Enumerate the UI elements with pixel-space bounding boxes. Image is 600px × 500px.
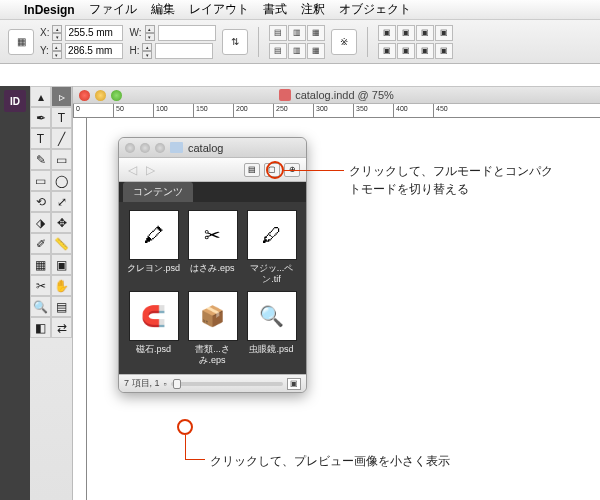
effects-icon[interactable]: ※ xyxy=(331,29,357,55)
item-label: 磁石.psd xyxy=(127,344,180,366)
view-mode-toggle-button[interactable]: ▢ xyxy=(264,163,280,177)
fill-stroke[interactable]: ◧ xyxy=(30,317,51,338)
item-label: 虫眼鏡.psd xyxy=(245,344,298,366)
callout-text-zoom: クリックして、プレビュー画像を小さく表示 xyxy=(210,452,450,470)
align-btn[interactable]: ▤ xyxy=(269,25,287,41)
tool-shear[interactable]: ⬗ xyxy=(30,212,51,233)
vertical-ruler[interactable] xyxy=(73,118,87,500)
zoom-out-icon[interactable]: ▫ xyxy=(164,379,167,389)
tool-note[interactable]: ▤ xyxy=(51,296,72,317)
tool-ellipse[interactable]: ◯ xyxy=(51,170,72,191)
view-compact-button[interactable]: ▤ xyxy=(244,163,260,177)
h-stepper[interactable]: ▴▾ xyxy=(142,43,152,59)
close-button[interactable] xyxy=(79,90,90,101)
thumbnail: ✂ xyxy=(188,210,238,260)
grid-item[interactable]: 📦書類...さみ.eps xyxy=(186,291,239,366)
panel-nav: ◁ ▷ ▤ ▢ ⊕ xyxy=(119,158,306,182)
indesign-icon[interactable]: ID xyxy=(4,90,26,112)
tool-zoom[interactable]: 🔍 xyxy=(30,296,51,317)
tool-scale[interactable]: ⤢ xyxy=(51,191,72,212)
h-label: H: xyxy=(129,45,139,56)
align-btn[interactable]: ▤ xyxy=(269,43,287,59)
app-name[interactable]: InDesign xyxy=(24,3,75,17)
tool-rect[interactable]: ▭ xyxy=(30,170,51,191)
tool-scissors[interactable]: ✂ xyxy=(30,275,51,296)
grid-item[interactable]: 🧲磁石.psd xyxy=(127,291,180,366)
thumbnail: 🧲 xyxy=(129,291,179,341)
x-stepper[interactable]: ▴▾ xyxy=(52,25,62,41)
mini-bridge-panel: catalog ◁ ▷ ▤ ▢ ⊕ コンテンツ 🖍クレヨン.psd ✂はさみ.e… xyxy=(118,137,307,393)
tool-type[interactable]: T xyxy=(30,128,51,149)
wrap-btn[interactable]: ▣ xyxy=(378,25,396,41)
panel-titlebar[interactable]: catalog xyxy=(119,138,306,158)
grid-item[interactable]: 🖊マジッ...ペン.tif xyxy=(245,210,298,285)
swap-icon[interactable]: ⇄ xyxy=(51,317,72,338)
w-stepper[interactable]: ▴▾ xyxy=(145,25,155,41)
zoom-button[interactable] xyxy=(111,90,122,101)
align-btn[interactable]: ▥ xyxy=(288,25,306,41)
view-expand-button[interactable]: ⊕ xyxy=(284,163,300,177)
wrap-btn[interactable]: ▣ xyxy=(435,43,453,59)
reference-point-icon[interactable]: ▦ xyxy=(8,29,34,55)
wrap-btn[interactable]: ▣ xyxy=(397,25,415,41)
item-label: クレヨン.psd xyxy=(127,263,180,285)
tool-pencil[interactable]: ✎ xyxy=(30,149,51,170)
tool-type[interactable]: T xyxy=(51,107,72,128)
tool-button[interactable]: ▣ xyxy=(51,254,72,275)
thumbnail: 🖍 xyxy=(129,210,179,260)
align-btn[interactable]: ▦ xyxy=(307,25,325,41)
constrain-icon[interactable]: ⇅ xyxy=(222,29,248,55)
x-input[interactable] xyxy=(65,25,123,41)
document-titlebar: catalog.indd @ 75% xyxy=(73,86,600,104)
new-folder-button[interactable]: ▣ xyxy=(287,378,301,390)
menu-file[interactable]: ファイル xyxy=(89,1,137,18)
menu-layout[interactable]: レイアウト xyxy=(189,1,249,18)
tab-contents[interactable]: コンテンツ xyxy=(123,182,193,202)
tool-direct-selection[interactable]: ▹ xyxy=(51,86,72,107)
tool-line[interactable]: ╱ xyxy=(51,128,72,149)
grid-item[interactable]: 🔍虫眼鏡.psd xyxy=(245,291,298,366)
wrap-btn[interactable]: ▣ xyxy=(435,25,453,41)
menu-edit[interactable]: 編集 xyxy=(151,1,175,18)
tool-gradient[interactable]: ▦ xyxy=(30,254,51,275)
menu-type[interactable]: 書式 xyxy=(263,1,287,18)
nav-forward-icon[interactable]: ▷ xyxy=(143,163,158,177)
divider xyxy=(258,27,259,57)
wrap-btn[interactable]: ▣ xyxy=(416,43,434,59)
menu-notes[interactable]: 注釈 xyxy=(301,1,325,18)
panel-close-icon[interactable] xyxy=(125,143,135,153)
panel-min-icon[interactable] xyxy=(140,143,150,153)
thumbnail-size-slider[interactable] xyxy=(171,382,283,386)
panel-zoom-icon[interactable] xyxy=(155,143,165,153)
tool-eyedropper[interactable]: ✐ xyxy=(30,233,51,254)
w-input[interactable] xyxy=(158,25,216,41)
thumbnail: 🔍 xyxy=(247,291,297,341)
grid-item[interactable]: ✂はさみ.eps xyxy=(186,210,239,285)
tool-rotate[interactable]: ⟲ xyxy=(30,191,51,212)
menubar: InDesign ファイル 編集 レイアウト 書式 注釈 オブジェクト xyxy=(0,0,600,20)
tool-free[interactable]: ✥ xyxy=(51,212,72,233)
menu-object[interactable]: オブジェクト xyxy=(339,1,411,18)
callout-text-mode: クリックして、フルモードとコンパクトモードを切り替える xyxy=(349,162,559,198)
tool-frame[interactable]: ▭ xyxy=(51,149,72,170)
nav-back-icon[interactable]: ◁ xyxy=(125,163,140,177)
wrap-btn[interactable]: ▣ xyxy=(378,43,396,59)
align-btn[interactable]: ▦ xyxy=(307,43,325,59)
wrap-btn[interactable]: ▣ xyxy=(416,25,434,41)
tool-selection[interactable]: ▴ xyxy=(30,86,51,107)
tool-measure[interactable]: 📏 xyxy=(51,233,72,254)
divider xyxy=(367,27,368,57)
item-count: 7 項目, 1 xyxy=(124,377,160,390)
tool-hand[interactable]: ✋ xyxy=(51,275,72,296)
h-input[interactable] xyxy=(155,43,213,59)
wrap-btn[interactable]: ▣ xyxy=(397,43,415,59)
grid-item[interactable]: 🖍クレヨン.psd xyxy=(127,210,180,285)
item-label: マジッ...ペン.tif xyxy=(245,263,298,285)
slider-handle[interactable] xyxy=(173,379,181,389)
y-stepper[interactable]: ▴▾ xyxy=(52,43,62,59)
horizontal-ruler[interactable] xyxy=(73,104,600,118)
minimize-button[interactable] xyxy=(95,90,106,101)
y-input[interactable] xyxy=(65,43,123,59)
align-btn[interactable]: ▥ xyxy=(288,43,306,59)
tool-pen[interactable]: ✒ xyxy=(30,107,51,128)
